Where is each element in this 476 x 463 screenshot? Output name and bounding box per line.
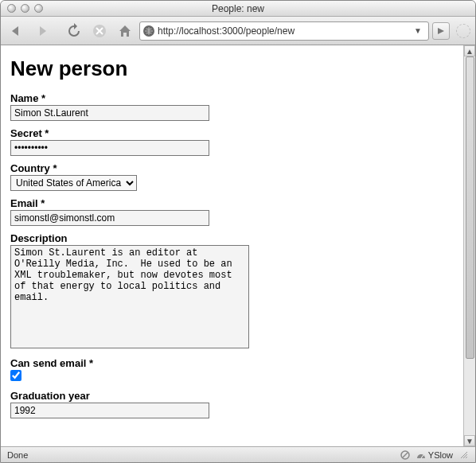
browser-toolbar: ▼ bbox=[1, 17, 475, 45]
resize-grip-icon[interactable] bbox=[459, 450, 469, 460]
window-titlebar: People: new bbox=[1, 1, 475, 17]
field-email: Email * bbox=[10, 197, 454, 226]
field-can-send-email: Can send email * bbox=[10, 357, 454, 383]
name-label: Name * bbox=[10, 92, 454, 104]
go-button[interactable] bbox=[432, 22, 450, 40]
country-label: Country * bbox=[10, 162, 454, 174]
description-textarea[interactable] bbox=[10, 245, 249, 348]
stop-button[interactable] bbox=[88, 21, 111, 41]
back-button[interactable] bbox=[6, 21, 28, 41]
email-label: Email * bbox=[10, 197, 454, 209]
url-bar[interactable]: ▼ bbox=[139, 21, 429, 41]
country-select[interactable]: United States of America bbox=[10, 175, 137, 191]
scroll-up-arrow[interactable]: ▲ bbox=[464, 45, 475, 56]
forward-button[interactable] bbox=[31, 21, 53, 41]
home-button[interactable] bbox=[114, 21, 136, 41]
url-input[interactable] bbox=[158, 25, 408, 37]
gauge-icon bbox=[416, 450, 426, 460]
yslow-indicator[interactable]: YSlow bbox=[416, 450, 453, 460]
scroll-down-arrow[interactable]: ▼ bbox=[464, 435, 475, 446]
graduation-year-label: Graduation year bbox=[10, 390, 454, 402]
status-stop-icon[interactable] bbox=[400, 450, 410, 460]
field-secret: Secret * bbox=[10, 127, 454, 156]
secret-label: Secret * bbox=[10, 127, 454, 139]
secret-input[interactable] bbox=[10, 140, 209, 156]
description-label: Description bbox=[10, 232, 454, 244]
vertical-scrollbar[interactable]: ▲ ▼ bbox=[463, 45, 475, 446]
field-description: Description bbox=[10, 232, 454, 351]
page-heading: New person bbox=[10, 56, 454, 81]
can-send-email-checkbox[interactable] bbox=[10, 370, 21, 381]
name-input[interactable] bbox=[10, 105, 209, 121]
email-input[interactable] bbox=[10, 210, 209, 226]
field-country: Country * United States of America bbox=[10, 162, 454, 191]
traffic-lights bbox=[7, 4, 43, 13]
can-send-email-label: Can send email * bbox=[10, 357, 454, 369]
status-text: Done bbox=[7, 450, 394, 460]
yslow-label: YSlow bbox=[428, 450, 453, 460]
window-title: People: new bbox=[7, 3, 469, 14]
globe-icon bbox=[143, 25, 154, 37]
close-window-button[interactable] bbox=[7, 4, 16, 13]
status-bar: Done YSlow bbox=[1, 446, 475, 462]
svg-line-3 bbox=[403, 453, 408, 457]
url-history-dropdown[interactable]: ▼ bbox=[411, 26, 425, 35]
reload-button[interactable] bbox=[63, 21, 85, 41]
field-name: Name * bbox=[10, 92, 454, 121]
field-graduation-year: Graduation year bbox=[10, 390, 454, 418]
scrollbar-thumb[interactable] bbox=[466, 56, 474, 359]
minimize-window-button[interactable] bbox=[21, 4, 29, 13]
throbber-icon bbox=[456, 24, 470, 38]
page-content: New person Name * Secret * Country * Uni… bbox=[1, 45, 463, 446]
zoom-window-button[interactable] bbox=[34, 4, 43, 13]
graduation-year-input[interactable] bbox=[10, 403, 209, 418]
